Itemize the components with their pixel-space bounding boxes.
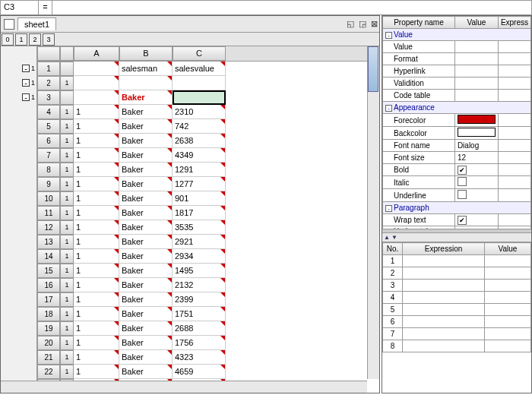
cell[interactable] <box>74 90 119 105</box>
expression-cell[interactable] <box>403 328 485 340</box>
row-header[interactable]: 22 <box>37 365 60 379</box>
cell[interactable]: 3535 <box>173 220 226 235</box>
property-expression[interactable] <box>498 189 530 202</box>
sub-row-header[interactable]: 1 <box>60 220 74 235</box>
collapse-icon[interactable]: - <box>385 205 392 212</box>
cell[interactable]: Baker <box>119 249 173 264</box>
row-header[interactable]: 2 <box>37 76 60 90</box>
cell[interactable]: Baker <box>119 134 173 148</box>
property-expression[interactable] <box>498 41 530 53</box>
scroll-thumb[interactable] <box>368 46 378 92</box>
row-header[interactable]: 21 <box>37 350 60 365</box>
cell[interactable]: 1 <box>74 191 119 206</box>
property-value[interactable] <box>454 176 498 189</box>
row-header[interactable]: 18 <box>37 307 60 321</box>
cell[interactable]: 1 <box>74 249 119 264</box>
collapse-icon[interactable]: - <box>385 105 392 112</box>
property-value[interactable] <box>454 41 498 53</box>
sub-row-header[interactable]: 1 <box>60 235 74 249</box>
cell[interactable]: Baker <box>119 119 173 134</box>
row-header[interactable]: 14 <box>37 249 60 264</box>
cell[interactable]: Baker <box>119 90 173 105</box>
row-header[interactable]: 13 <box>37 235 60 249</box>
property-expression[interactable] <box>498 214 530 226</box>
property-value[interactable] <box>454 189 498 202</box>
row-header[interactable]: 17 <box>37 292 60 307</box>
cell[interactable]: 1 <box>74 105 119 119</box>
sub-row-header[interactable]: 1 <box>60 163 74 177</box>
property-expression[interactable] <box>498 90 530 102</box>
sub-row-header[interactable]: 1 <box>60 264 74 278</box>
cell[interactable]: 2638 <box>173 134 226 148</box>
row-header[interactable]: 12 <box>37 220 60 235</box>
select-all-corner[interactable] <box>37 46 60 61</box>
cell[interactable]: Baker <box>119 220 173 235</box>
sub-row-header[interactable] <box>60 62 74 76</box>
expression-value[interactable] <box>485 316 531 328</box>
expression-value[interactable] <box>485 292 531 304</box>
cell[interactable]: 1817 <box>173 206 226 220</box>
checkbox[interactable]: ✔ <box>458 216 467 225</box>
cell-reference-box[interactable]: C3 <box>1 1 39 14</box>
cell[interactable]: 1277 <box>173 177 226 191</box>
property-value[interactable] <box>454 65 498 77</box>
cell[interactable] <box>74 76 119 90</box>
column-header-A[interactable]: A <box>74 46 119 61</box>
cell[interactable] <box>119 76 173 90</box>
property-expression[interactable] <box>498 114 530 127</box>
checkbox[interactable]: ✔ <box>458 166 467 175</box>
cell[interactable]: 1751 <box>173 307 226 321</box>
expression-cell[interactable] <box>403 280 485 292</box>
property-value[interactable]: ✔ <box>454 214 498 226</box>
cell[interactable] <box>173 90 226 105</box>
expression-header[interactable]: No. <box>383 243 403 255</box>
expression-header[interactable]: Value <box>485 243 531 255</box>
cell[interactable]: 2921 <box>173 235 226 249</box>
sub-row-header[interactable]: 1 <box>60 206 74 220</box>
outline-level-3[interactable]: 3 <box>43 33 55 46</box>
sub-row-header[interactable]: 1 <box>60 119 74 134</box>
sub-row-header[interactable]: 1 <box>60 307 74 321</box>
cell[interactable] <box>74 62 119 76</box>
property-header[interactable]: Value <box>454 17 498 29</box>
property-expression[interactable] <box>498 152 530 164</box>
expression-value[interactable] <box>485 267 531 280</box>
sub-row-header[interactable]: 1 <box>60 76 74 90</box>
cell[interactable]: 901 <box>173 191 226 206</box>
row-header[interactable]: 9 <box>37 177 60 191</box>
checkbox[interactable] <box>458 190 467 199</box>
sub-row-header[interactable]: 1 <box>60 365 74 379</box>
column-header-C[interactable]: C <box>173 46 226 61</box>
row-header[interactable]: 20 <box>37 336 60 350</box>
row-header[interactable]: 15 <box>37 264 60 278</box>
expression-cell[interactable] <box>403 267 485 280</box>
sub-row-header[interactable] <box>60 90 74 105</box>
cell[interactable]: 4323 <box>173 350 226 365</box>
cell[interactable]: 2310 <box>173 105 226 119</box>
sub-row-header[interactable]: 1 <box>60 350 74 365</box>
sub-row-header[interactable]: 1 <box>60 177 74 191</box>
cell[interactable]: 1 <box>74 119 119 134</box>
cell[interactable]: Baker <box>119 292 173 307</box>
expression-value[interactable] <box>485 255 531 267</box>
sub-row-header[interactable]: 1 <box>60 148 74 163</box>
expression-header[interactable]: Expression <box>403 243 485 255</box>
row-header[interactable]: 6 <box>37 134 60 148</box>
cell[interactable]: 1 <box>74 365 119 379</box>
outline-level-1[interactable]: 1 <box>15 33 27 46</box>
sub-row-header[interactable]: 1 <box>60 191 74 206</box>
property-group[interactable]: -Appearance <box>383 102 531 114</box>
expression-cell[interactable] <box>403 340 485 352</box>
cell[interactable]: 1 <box>74 278 119 292</box>
row-header[interactable]: 11 <box>37 206 60 220</box>
cell[interactable]: Baker <box>119 350 173 365</box>
cell[interactable]: Baker <box>119 235 173 249</box>
row-header[interactable]: 5 <box>37 119 60 134</box>
property-expression[interactable] <box>498 140 530 152</box>
sub-row-header[interactable]: 1 <box>60 321 74 336</box>
collapse-icon[interactable]: - <box>22 65 30 72</box>
cell[interactable]: Baker <box>119 307 173 321</box>
cell[interactable]: 4349 <box>173 148 226 163</box>
grid[interactable]: ABC1salesmansalesvalue213Baker411Baker23… <box>37 46 379 393</box>
checkbox[interactable] <box>458 177 467 186</box>
